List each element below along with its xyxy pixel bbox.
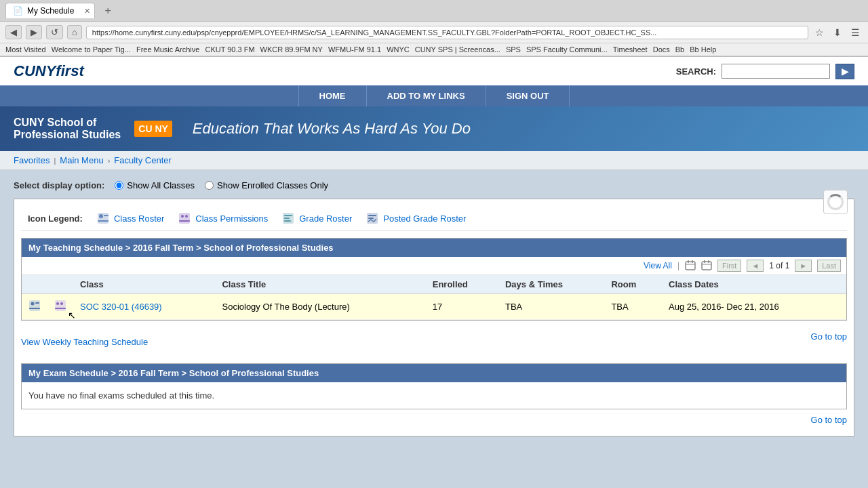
bookmark-free-music[interactable]: Free Music Archive bbox=[136, 45, 200, 54]
search-input[interactable] bbox=[722, 64, 830, 79]
breadcrumb-main-menu[interactable]: Main Menu bbox=[60, 155, 103, 165]
class-permissions-icon bbox=[178, 211, 191, 225]
reload-button[interactable]: ↺ bbox=[46, 25, 63, 39]
page-info: 1 of 1 bbox=[769, 261, 789, 270]
svg-rect-25 bbox=[29, 308, 40, 309]
school-banner: CUNY School of Professional Studies CU N… bbox=[0, 106, 868, 151]
svg-rect-9 bbox=[284, 215, 292, 216]
school-name-line2: Professional Studies bbox=[14, 129, 121, 141]
svg-rect-0 bbox=[98, 213, 108, 224]
browser-tab[interactable]: 📄 My Schedule ✕ bbox=[5, 3, 95, 18]
bookmark-wnyc[interactable]: WNYC bbox=[387, 45, 410, 54]
table-header-row: Class Class Title Enrolled Days & Times … bbox=[22, 275, 846, 294]
svg-rect-13 bbox=[368, 215, 376, 216]
grade-roster-icon bbox=[281, 211, 295, 225]
legend-class-permissions[interactable]: Class Permissions bbox=[178, 211, 268, 225]
bookmark-bb-help[interactable]: Bb Help bbox=[690, 45, 716, 54]
first-page-button[interactable]: First bbox=[717, 260, 741, 272]
row-icon-class-roster[interactable] bbox=[22, 294, 47, 320]
breadcrumb-favorites[interactable]: Favorites bbox=[14, 155, 50, 165]
bookmarks-bar: Most Visited Welcome to Paper Tig... Fre… bbox=[0, 43, 868, 56]
settings-button[interactable]: ☰ bbox=[848, 26, 863, 39]
row-days-times: TBA bbox=[498, 294, 604, 320]
legend-posted-grade-roster[interactable]: Posted Grade Roster bbox=[366, 211, 466, 225]
goto-top-link-teaching[interactable]: Go to top bbox=[811, 331, 847, 342]
bookmark-button[interactable]: ☆ bbox=[812, 26, 827, 39]
site-logo[interactable]: CUNYfirst bbox=[14, 62, 84, 80]
row-enrolled: 17 bbox=[426, 294, 498, 320]
download-button[interactable]: ⬇ bbox=[831, 26, 844, 39]
url-bar[interactable] bbox=[86, 26, 808, 39]
view-weekly-schedule-link[interactable]: View Weekly Teaching Schedule bbox=[21, 337, 148, 347]
logo-bar: CUNYfirst SEARCH: ▶ bbox=[0, 57, 868, 85]
bookmark-docs[interactable]: Docs bbox=[653, 45, 670, 54]
goto-top-link-exam[interactable]: Go to top bbox=[811, 415, 847, 425]
calendar-icon-1 bbox=[685, 260, 696, 271]
legend-class-roster-label: Class Roster bbox=[114, 214, 164, 224]
svg-point-24 bbox=[31, 302, 35, 306]
svg-rect-2 bbox=[98, 220, 108, 222]
bookmark-wkcr[interactable]: WKCR 89.9FM NY bbox=[260, 45, 323, 54]
row-class-title: Sociology Of The Body (Lecture) bbox=[215, 294, 425, 320]
option-show-enrolled[interactable]: Show Enrolled Classes Only bbox=[205, 180, 328, 190]
back-button[interactable]: ◀ bbox=[5, 25, 22, 39]
breadcrumb-faculty-center[interactable]: Faculty Center bbox=[114, 155, 172, 165]
forward-button[interactable]: ▶ bbox=[26, 25, 42, 39]
icon-legend: Icon Legend: Class Roster bbox=[21, 206, 847, 231]
col-icon1 bbox=[22, 275, 47, 294]
col-class-title: Class Title bbox=[215, 275, 425, 294]
home-button[interactable]: ⌂ bbox=[67, 25, 82, 39]
svg-point-1 bbox=[99, 214, 103, 218]
bookmark-bb[interactable]: Bb bbox=[675, 45, 684, 54]
new-tab-button[interactable]: + bbox=[99, 3, 116, 18]
radio-show-all[interactable] bbox=[115, 181, 123, 190]
search-label: SEARCH: bbox=[676, 66, 716, 77]
legend-class-roster[interactable]: Class Roster bbox=[96, 211, 164, 225]
bookmark-timesheet[interactable]: Timesheet bbox=[613, 45, 648, 54]
teaching-schedule-table: Class Class Title Enrolled Days & Times … bbox=[22, 275, 846, 320]
prev-page-button[interactable]: ◄ bbox=[747, 260, 764, 272]
bookmark-most-visited[interactable]: Most Visited bbox=[5, 45, 46, 54]
bookmark-sps[interactable]: SPS bbox=[506, 45, 521, 54]
bookmark-sps-faculty[interactable]: SPS Faculty Communi... bbox=[526, 45, 608, 54]
browser-controls: ◀ ▶ ↺ ⌂ ☆ ⬇ ☰ bbox=[0, 22, 868, 43]
school-name: CUNY School of Professional Studies bbox=[14, 117, 121, 141]
browser-titlebar: 📄 My Schedule ✕ + bbox=[0, 0, 868, 22]
display-option-label: Select display option: bbox=[14, 180, 104, 190]
bookmark-ckut[interactable]: CKUT 90.3 FM bbox=[205, 45, 254, 54]
row-class-roster-icon bbox=[28, 300, 41, 312]
col-days-times: Days & Times bbox=[498, 275, 604, 294]
search-button[interactable]: ▶ bbox=[835, 64, 854, 79]
bookmark-wfmu[interactable]: WFMU-FM 91.1 bbox=[328, 45, 381, 54]
bookmark-paper-tig[interactable]: Welcome to Paper Tig... bbox=[52, 45, 131, 54]
spinner-animation bbox=[827, 194, 844, 210]
legend-grade-roster-label: Grade Roster bbox=[299, 214, 352, 224]
svg-rect-26 bbox=[35, 302, 39, 304]
exam-schedule-header: My Exam Schedule > 2016 Fall Term > Scho… bbox=[22, 364, 846, 382]
teaching-link-row: View Weekly Teaching Schedule Go to top bbox=[21, 327, 847, 357]
nav-sign-out[interactable]: SIGN OUT bbox=[486, 85, 570, 106]
last-page-button[interactable]: Last bbox=[817, 260, 841, 272]
row-class: SOC 320-01 (46639) bbox=[73, 294, 215, 320]
school-tagline: Education That Works As Hard As You Do bbox=[193, 120, 471, 138]
nav-home[interactable]: HOME bbox=[298, 85, 367, 106]
col-enrolled: Enrolled bbox=[426, 275, 498, 294]
svg-point-29 bbox=[60, 302, 63, 305]
nav-add-to-my-links[interactable]: ADD TO MY LINKS bbox=[367, 85, 486, 106]
view-all-link[interactable]: View All bbox=[644, 261, 672, 270]
next-page-button[interactable]: ► bbox=[795, 260, 812, 272]
class-link[interactable]: SOC 320-01 (46639) bbox=[80, 302, 162, 312]
svg-rect-20 bbox=[704, 260, 705, 263]
option-show-all[interactable]: Show All Classes bbox=[115, 180, 195, 190]
svg-rect-10 bbox=[284, 218, 290, 219]
bookmark-cuny-sps[interactable]: CUNY SPS | Screencas... bbox=[415, 45, 500, 54]
table-controls: View All | First ◄ 1 of 1 ► Last bbox=[22, 257, 846, 275]
legend-grade-roster[interactable]: Grade Roster bbox=[281, 211, 352, 225]
row-icon-class-permissions[interactable]: ↖ bbox=[47, 294, 73, 320]
loading-spinner bbox=[823, 190, 848, 214]
tab-close-button[interactable]: ✕ bbox=[84, 7, 90, 16]
radio-show-enrolled[interactable] bbox=[205, 181, 214, 190]
view-all-sep: | bbox=[677, 261, 679, 270]
svg-rect-4 bbox=[179, 213, 190, 224]
breadcrumb-sep-1: | bbox=[54, 157, 56, 165]
